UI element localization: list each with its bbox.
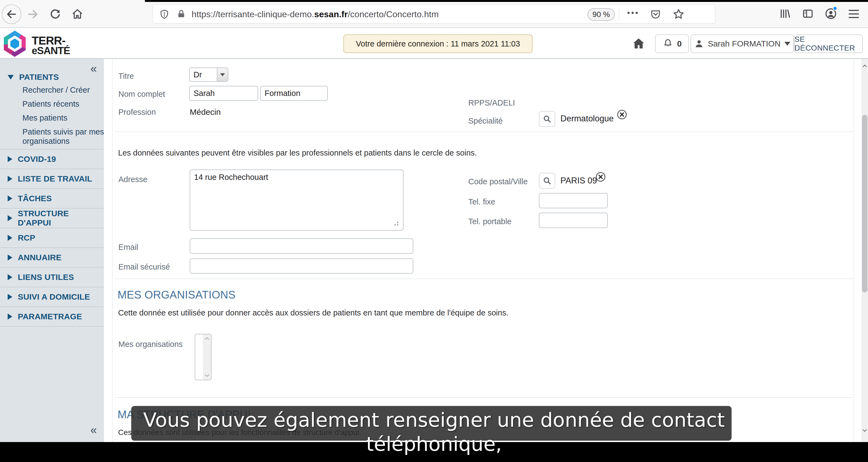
user-menu-button[interactable]: Sarah FORMATION	[690, 34, 794, 53]
code-postal-remove-button[interactable]	[595, 172, 606, 182]
sidebar-item-rechercher-creer[interactable]: Rechercher / Créer	[23, 85, 99, 95]
sidebar-section-label: ANNUAIRE	[18, 253, 62, 262]
forward-button[interactable]	[27, 8, 39, 20]
subtitle-line2: téléphonique,	[0, 432, 868, 456]
sidebar-item-patients[interactable]: PATIENTS	[0, 70, 104, 84]
scroll-up-arrow[interactable]	[862, 64, 868, 68]
sidebar-section-label: PARAMETRAGE	[18, 312, 82, 321]
sidebar-item-rcp[interactable]: RCP	[0, 228, 104, 247]
connection-secure-button[interactable]	[176, 9, 186, 19]
specialite-value: Dermatologue	[560, 114, 614, 124]
listbox-scrollbar[interactable]	[203, 334, 211, 380]
sidebar-section-label: RCP	[18, 233, 35, 243]
browser-chrome: https://terrisante-clinique-demo.sesan.f…	[0, 0, 868, 28]
first-name-field[interactable]	[189, 86, 258, 101]
sidebar-item-structure-appui[interactable]: STRUCTURE D'APPUI	[0, 209, 104, 228]
reload-icon	[49, 8, 61, 20]
adresse-label: Adresse	[118, 175, 147, 184]
sidebar-item-patients-recents[interactable]: Patients récents	[23, 99, 99, 109]
chevron-right-icon	[8, 313, 12, 319]
lock-icon	[176, 9, 186, 19]
specialite-search-button[interactable]	[539, 111, 555, 127]
sidebars-button[interactable]	[802, 8, 814, 20]
sidebar-item-liens-utiles[interactable]: LIENS UTILES	[0, 268, 104, 287]
chevron-right-icon	[8, 254, 12, 260]
menu-icon	[848, 10, 859, 18]
app-logo[interactable]: TERR- eSANTÉ	[4, 30, 75, 58]
url-text: https://terrisante-clinique-demo.sesan.f…	[192, 9, 439, 20]
tel-fixe-field[interactable]	[539, 193, 608, 208]
remove-icon	[595, 172, 606, 182]
titre-select[interactable]: Dr	[189, 67, 228, 82]
organisations-description: Cette donnée est utilisée pour donner ac…	[118, 308, 508, 317]
mes-organisations-label: Mes organisations	[118, 340, 183, 349]
sidebar-item-mes-patients[interactable]: Mes patients	[23, 113, 99, 122]
select-dropdown-button[interactable]	[217, 68, 228, 81]
scrollbar-thumb[interactable]	[862, 115, 867, 292]
chevron-down-icon[interactable]	[204, 373, 210, 377]
logout-label: SE DÉCONNECTER	[795, 35, 862, 53]
app-home-button[interactable]	[631, 37, 646, 51]
organisations-listbox[interactable]	[195, 334, 212, 380]
library-icon	[779, 7, 791, 20]
tracking-protection-button[interactable]	[159, 9, 169, 19]
page-actions-button[interactable]	[627, 12, 638, 14]
sidebar-item-suivi-a-domicile[interactable]: SUIVI A DOMICILE	[0, 287, 104, 306]
bookmark-button[interactable]	[672, 8, 685, 21]
sidebar-section-label: LIENS UTILES	[18, 273, 74, 282]
sidebar-toggle-icon	[802, 8, 814, 20]
chevron-up-icon	[862, 64, 867, 68]
notification-count: 0	[677, 39, 682, 49]
email-field[interactable]	[190, 238, 413, 254]
email-securise-field[interactable]	[190, 258, 413, 274]
url-bar[interactable]: https://terrisante-clinique-demo.sesan.f…	[153, 4, 715, 24]
app-home-icon	[631, 37, 646, 51]
sidebar-item-annuaire[interactable]: ANNUAIRE	[0, 248, 104, 267]
sidebar-item-taches[interactable]: TÂCHES	[0, 189, 104, 208]
specialite-remove-button[interactable]	[617, 109, 627, 120]
notifications-button[interactable]: 0	[655, 34, 689, 53]
url-path: /concerto/Concerto.htm	[348, 9, 439, 19]
card-border-right	[854, 59, 854, 442]
sidebar: « PATIENTS Rechercher / Créer Patients r…	[0, 59, 104, 442]
logo-line2: eSANTÉ	[32, 46, 70, 56]
menu-button[interactable]	[848, 10, 859, 18]
section-divider	[115, 397, 854, 398]
sidebar-section-label: TÂCHES	[18, 194, 52, 203]
bell-icon	[662, 38, 673, 49]
code-postal-search-button[interactable]	[539, 173, 555, 189]
profile-form: Titre Dr Nom complet Profession Médecin …	[104, 59, 862, 442]
sidebar-item-covid19[interactable]: COVID-19	[0, 150, 104, 169]
resize-handle-icon[interactable]	[397, 224, 398, 225]
chevron-right-icon	[8, 215, 12, 221]
pocket-button[interactable]	[650, 8, 661, 20]
sidebar-item-patients-suivis[interactable]: Patients suivis par mes organisations	[23, 127, 114, 146]
organisations-heading: MES ORGANISATIONS	[118, 289, 236, 301]
chevron-up-icon[interactable]	[204, 337, 210, 341]
code-postal-label: Code postal/Ville	[468, 177, 528, 186]
card-border-left	[112, 59, 113, 442]
logout-button[interactable]: SE DÉCONNECTER	[794, 34, 863, 53]
reload-button[interactable]	[49, 8, 61, 20]
remove-icon	[617, 109, 627, 120]
home-button[interactable]	[71, 8, 84, 20]
sidebar-item-liste-de-travail[interactable]: LISTE DE TRAVAIL	[0, 169, 104, 188]
tel-portable-field[interactable]	[539, 213, 608, 228]
app-header: TERR- eSANTÉ Votre dernière connexion : …	[0, 28, 868, 59]
logo-text: TERR- eSANTÉ	[32, 35, 70, 56]
search-icon	[542, 114, 552, 124]
chevron-right-icon	[8, 176, 12, 182]
window-top-edge	[145, 0, 868, 2]
zoom-level-badge[interactable]: 90 %	[588, 8, 615, 21]
library-button[interactable]	[779, 7, 791, 20]
page-scrollbar[interactable]	[862, 59, 868, 442]
back-icon	[6, 8, 17, 20]
chevron-down-icon	[220, 73, 225, 76]
sidebar-item-parametrage[interactable]: PARAMETRAGE	[0, 307, 104, 326]
specialite-label: Spécialité	[468, 117, 503, 125]
chevron-right-icon	[8, 294, 12, 300]
back-button[interactable]	[2, 4, 21, 24]
adresse-field[interactable]: 14 rue Rochechouart	[190, 170, 404, 231]
sidebar-section-label: SUIVI A DOMICILE	[18, 292, 90, 302]
last-name-field[interactable]	[260, 86, 328, 101]
